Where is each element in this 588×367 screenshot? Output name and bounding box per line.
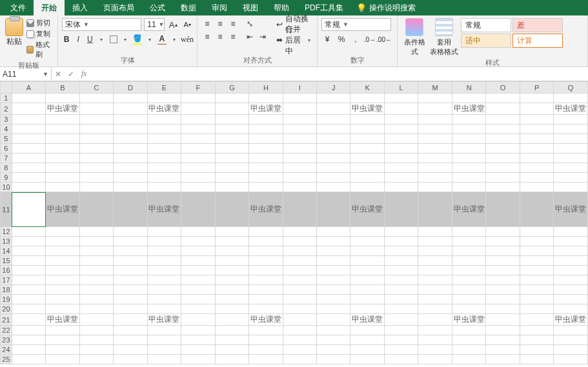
- row-header-9[interactable]: 9: [1, 173, 12, 183]
- cell-O1[interactable]: [486, 94, 520, 103]
- cell-I14[interactable]: [283, 246, 316, 256]
- cell-J17[interactable]: [317, 275, 350, 285]
- borders-dropdown[interactable]: ▾: [121, 34, 130, 45]
- cell-D12[interactable]: [114, 227, 147, 237]
- cell-H10[interactable]: [249, 183, 283, 192]
- cell-J14[interactable]: [317, 246, 350, 256]
- row-header-13[interactable]: 13: [1, 237, 12, 246]
- cell-F2[interactable]: [181, 103, 215, 115]
- cell-B20[interactable]: [46, 304, 80, 314]
- cell-D11[interactable]: [114, 192, 147, 227]
- menu-tab-审阅[interactable]: 审阅: [204, 0, 235, 16]
- cell-K5[interactable]: [350, 134, 385, 144]
- cell-N9[interactable]: [452, 173, 486, 183]
- cell-B18[interactable]: [46, 285, 80, 295]
- align-middle-button[interactable]: ≡: [214, 18, 226, 30]
- cell-G12[interactable]: [215, 227, 248, 237]
- cell-K25[interactable]: [350, 355, 385, 364]
- cell-B25[interactable]: [46, 355, 80, 364]
- cell-A14[interactable]: [12, 246, 45, 256]
- cell-J7[interactable]: [317, 154, 350, 163]
- cell-O13[interactable]: [486, 237, 520, 246]
- align-center-button[interactable]: ≡: [214, 31, 226, 43]
- cell-I21[interactable]: [283, 314, 316, 326]
- cell-G23[interactable]: [215, 335, 248, 345]
- cell-P23[interactable]: [520, 335, 553, 345]
- cell-P4[interactable]: [520, 124, 553, 134]
- cell-Q5[interactable]: [554, 134, 588, 144]
- cell-J4[interactable]: [317, 124, 350, 134]
- row-header-1[interactable]: 1: [1, 94, 12, 103]
- cell-C24[interactable]: [79, 345, 113, 355]
- cell-Q17[interactable]: [554, 275, 588, 285]
- cell-P14[interactable]: [520, 246, 553, 256]
- cell-G25[interactable]: [215, 355, 248, 364]
- cell-P3[interactable]: [520, 115, 553, 124]
- cell-E19[interactable]: [147, 295, 181, 304]
- cell-G14[interactable]: [215, 246, 248, 256]
- col-header-L[interactable]: L: [384, 82, 418, 94]
- cell-M17[interactable]: [418, 275, 452, 285]
- cell-D24[interactable]: [114, 345, 147, 355]
- cell-K20[interactable]: [350, 304, 385, 314]
- cell-P11[interactable]: [520, 192, 553, 227]
- cell-I25[interactable]: [283, 355, 316, 364]
- cell-N22[interactable]: [452, 326, 486, 335]
- cell-F11[interactable]: [181, 192, 215, 227]
- cell-J19[interactable]: [317, 295, 350, 304]
- cell-E8[interactable]: [147, 163, 181, 173]
- cell-E3[interactable]: [147, 115, 181, 124]
- cell-G9[interactable]: [215, 173, 248, 183]
- cell-L12[interactable]: [384, 227, 418, 237]
- cell-E24[interactable]: [147, 345, 181, 355]
- cell-M11[interactable]: [418, 192, 452, 227]
- cell-G18[interactable]: [215, 285, 248, 295]
- cell-G3[interactable]: [215, 115, 248, 124]
- cell-Q20[interactable]: [554, 304, 588, 314]
- cell-I3[interactable]: [283, 115, 316, 124]
- cell-F20[interactable]: [181, 304, 215, 314]
- cell-L15[interactable]: [384, 256, 418, 266]
- cell-I9[interactable]: [283, 173, 316, 183]
- copy-button[interactable]: 复制: [26, 29, 54, 39]
- cell-I5[interactable]: [283, 134, 316, 144]
- cell-P16[interactable]: [520, 266, 553, 275]
- cell-E18[interactable]: [147, 285, 181, 295]
- cell-P5[interactable]: [520, 134, 553, 144]
- cell-F19[interactable]: [181, 295, 215, 304]
- cell-A5[interactable]: [12, 134, 45, 144]
- cell-F13[interactable]: [181, 237, 215, 246]
- cell-D19[interactable]: [114, 295, 147, 304]
- cell-J24[interactable]: [317, 345, 350, 355]
- cell-B2[interactable]: 甲虫课堂: [46, 103, 80, 115]
- row-header-15[interactable]: 15: [1, 256, 12, 266]
- cell-P1[interactable]: [520, 94, 553, 103]
- cell-H9[interactable]: [249, 173, 283, 183]
- cell-E21[interactable]: 甲虫课堂: [147, 314, 181, 326]
- cell-O8[interactable]: [486, 163, 520, 173]
- row-header-17[interactable]: 17: [1, 275, 12, 285]
- cell-N2[interactable]: 甲虫课堂: [452, 103, 486, 115]
- cell-B24[interactable]: [46, 345, 80, 355]
- cell-P8[interactable]: [520, 163, 553, 173]
- cell-G1[interactable]: [215, 94, 248, 103]
- cell-A13[interactable]: [12, 237, 45, 246]
- cell-J25[interactable]: [317, 355, 350, 364]
- insert-function-button[interactable]: fx: [77, 69, 90, 79]
- cell-M1[interactable]: [418, 94, 452, 103]
- cell-C7[interactable]: [79, 154, 113, 163]
- cell-B19[interactable]: [46, 295, 80, 304]
- cell-H12[interactable]: [249, 227, 283, 237]
- cell-Q25[interactable]: [554, 355, 588, 364]
- cell-J5[interactable]: [317, 134, 350, 144]
- cell-M16[interactable]: [418, 266, 452, 275]
- cell-K7[interactable]: [350, 154, 385, 163]
- cell-O2[interactable]: [486, 103, 520, 115]
- cell-A15[interactable]: [12, 256, 45, 266]
- cell-K24[interactable]: [350, 345, 385, 355]
- cell-O7[interactable]: [486, 154, 520, 163]
- cell-A23[interactable]: [12, 335, 45, 345]
- number-format-combo[interactable]: 常规▼: [321, 18, 391, 31]
- cell-Q8[interactable]: [554, 163, 588, 173]
- cell-N4[interactable]: [452, 124, 486, 134]
